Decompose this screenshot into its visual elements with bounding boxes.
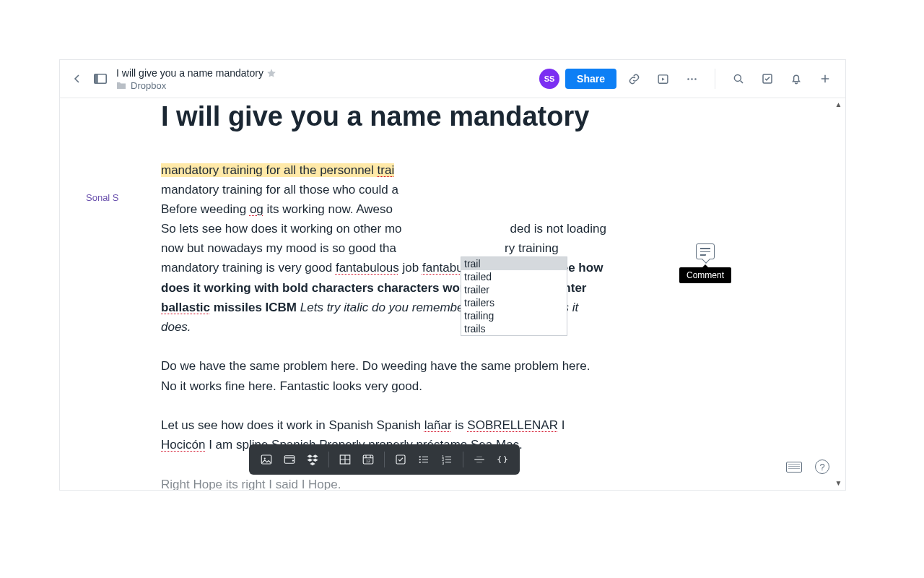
svg-text:3: 3 — [442, 461, 444, 465]
more-button[interactable] — [680, 67, 703, 90]
document-scroll[interactable]: I will give you a name mandatory Sonal S… — [60, 98, 845, 490]
add-button[interactable] — [814, 67, 837, 90]
autocomplete-item[interactable]: trail — [461, 257, 567, 270]
svg-text:12: 12 — [366, 459, 370, 463]
notifications-button[interactable] — [785, 67, 808, 90]
scroll-up-arrow[interactable]: ▲ — [833, 99, 844, 110]
insert-bullets-button[interactable] — [414, 449, 434, 470]
star-icon[interactable] — [266, 68, 276, 78]
breadcrumb[interactable]: Dropbox — [131, 80, 166, 91]
svg-point-5 — [694, 78, 697, 80]
insert-todo-button[interactable] — [391, 449, 411, 470]
scroll-down-arrow[interactable]: ▼ — [833, 478, 844, 488]
author-label[interactable]: Sonal S — [86, 192, 119, 203]
svg-rect-1 — [95, 74, 98, 83]
autocomplete-item[interactable]: trailers — [461, 296, 567, 309]
insert-app-button[interactable] — [279, 449, 300, 470]
comment-tooltip: Comment — [679, 267, 731, 283]
back-button[interactable] — [66, 67, 89, 90]
folder-icon — [116, 81, 126, 90]
svg-point-17 — [419, 462, 421, 463]
help-icon[interactable]: ? — [815, 460, 829, 474]
svg-point-3 — [687, 78, 689, 80]
insert-dropbox-button[interactable] — [302, 449, 323, 470]
svg-point-9 — [264, 457, 266, 459]
insert-divider-button[interactable] — [469, 449, 489, 470]
tasks-button[interactable] — [756, 67, 779, 90]
autocomplete-item[interactable]: trailer — [461, 283, 567, 296]
insert-timeline-button[interactable]: 12 — [358, 449, 378, 470]
svg-point-15 — [419, 456, 421, 457]
autocomplete-item[interactable]: trailing — [461, 309, 567, 322]
topbar: I will give you a name mandatory Dropbox… — [60, 60, 845, 98]
keyboard-icon[interactable] — [786, 462, 802, 473]
present-button[interactable] — [651, 67, 674, 90]
doc-title[interactable]: I will give you a name mandatory — [116, 67, 263, 79]
insert-numbered-button[interactable]: 123 — [437, 449, 457, 470]
svg-point-16 — [419, 459, 421, 460]
svg-rect-10 — [284, 456, 295, 464]
highlighted-text: mandatory training for all the personnel… — [161, 163, 394, 177]
insert-table-button[interactable] — [335, 449, 355, 470]
svg-rect-8 — [261, 455, 271, 464]
app-frame: I will give you a name mandatory Dropbox… — [59, 59, 846, 491]
insert-toolbar: 12 123 — [249, 444, 520, 475]
svg-point-6 — [734, 74, 741, 81]
svg-point-4 — [691, 78, 693, 80]
search-button[interactable] — [727, 67, 750, 90]
autocomplete-item[interactable]: trailed — [461, 270, 567, 283]
share-button[interactable]: Share — [565, 69, 616, 89]
avatar[interactable]: SS — [539, 69, 559, 89]
panel-toggle-button[interactable] — [89, 67, 112, 90]
page-heading: I will give you a name mandatory — [161, 98, 688, 134]
comment-icon[interactable] — [696, 243, 715, 259]
insert-image-button[interactable] — [256, 449, 276, 470]
autocomplete-item[interactable]: trails — [461, 322, 567, 335]
autocomplete-popup[interactable]: trailtrailedtrailertrailerstrailingtrail… — [461, 256, 567, 336]
copy-link-button[interactable] — [622, 67, 645, 90]
insert-code-button[interactable] — [492, 449, 513, 470]
